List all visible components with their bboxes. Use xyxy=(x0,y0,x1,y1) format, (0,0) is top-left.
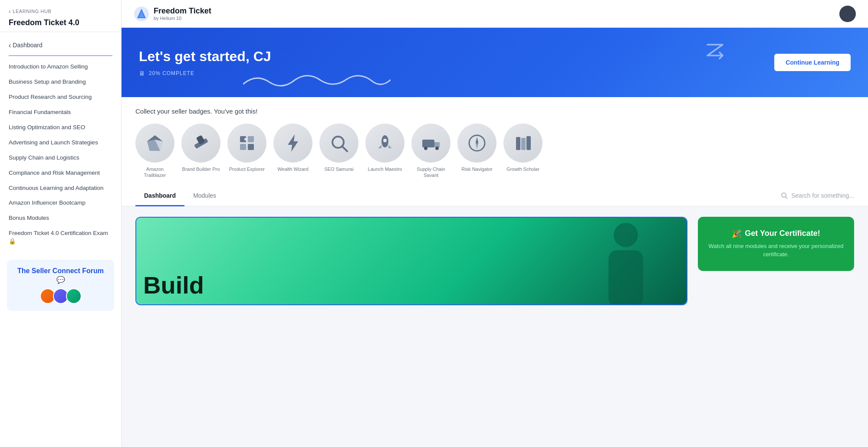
certificate-card[interactable]: 🎉 Get Your Certificate! Watch all nine m… xyxy=(698,217,854,271)
badges-section: Collect your seller badges. You've got t… xyxy=(122,97,868,186)
forum-card-title: The Seller Connect Forum 💬 xyxy=(14,267,107,285)
svg-line-30 xyxy=(786,197,787,199)
sidebar-nav-item[interactable]: Financial Fundamentals xyxy=(0,105,121,120)
badge-circle xyxy=(457,124,496,163)
badge-circle xyxy=(135,124,174,163)
certificate-card-text: Watch all nine modules and receive your … xyxy=(708,242,844,259)
tab-dashboard[interactable]: Dashboard xyxy=(135,186,184,206)
badge-item[interactable]: Launch Maestro xyxy=(365,124,404,179)
sidebar-nav-item[interactable]: Business Setup and Branding xyxy=(0,75,121,90)
sidebar-nav-item[interactable]: Freedom Ticket 4.0 Certification Exam 🔒 xyxy=(0,226,121,249)
svg-marker-14 xyxy=(288,134,298,152)
svg-point-18 xyxy=(383,139,387,142)
tabs-container: DashboardModules xyxy=(135,186,225,206)
content-area: Build 🎉 Get Your Certificate! Watch all … xyxy=(122,206,868,316)
badge-label: Brand Builder Pro xyxy=(182,166,220,172)
sidebar-header: LEARNING HUB Freedom Ticket 4.0 xyxy=(0,0,121,32)
svg-rect-12 xyxy=(248,144,254,150)
topbar-logo-sub: by Helium 10 xyxy=(154,16,211,21)
sidebar-nav-item[interactable]: Introduction to Amazon Selling xyxy=(0,59,121,75)
sidebar-nav-item[interactable]: Amazon Influencer Bootcamp xyxy=(0,196,121,211)
sidebar-nav-item[interactable]: Continuous Learning and Adaptation xyxy=(0,181,121,196)
badge-circle xyxy=(181,124,220,163)
badge-item[interactable]: Risk Navigator xyxy=(457,124,496,179)
svg-rect-10 xyxy=(248,136,254,142)
badge-item[interactable]: Product Explorer xyxy=(227,124,266,179)
monitor-icon: 🖥 xyxy=(139,70,145,77)
badges-row: Amazon TrailblazerBrand Builder ProProdu… xyxy=(135,124,854,179)
tab-modules[interactable]: Modules xyxy=(184,186,225,206)
svg-marker-25 xyxy=(476,143,478,149)
badge-label: Supply Chain Savant xyxy=(411,166,450,179)
svg-rect-19 xyxy=(422,140,434,147)
svg-marker-24 xyxy=(476,137,478,143)
svg-point-31 xyxy=(614,223,638,247)
main-course-card[interactable]: Build xyxy=(135,217,687,305)
svg-point-20 xyxy=(424,147,427,150)
badge-item[interactable]: Supply Chain Savant xyxy=(411,124,450,179)
topbar-logo-name: Freedom Ticket xyxy=(154,7,211,16)
sidebar-nav: Dashboard Introduction to Amazon Selling… xyxy=(0,32,121,254)
progress-label: 20% COMPLETE xyxy=(149,70,194,76)
sidebar-forum-card[interactable]: The Seller Connect Forum 💬 xyxy=(7,260,114,311)
sidebar-nav-item[interactable]: Compliance and Risk Management xyxy=(0,166,121,181)
badge-circle xyxy=(273,124,312,163)
badge-label: Risk Navigator xyxy=(461,166,493,172)
certificate-card-title: 🎉 Get Your Certificate! xyxy=(708,229,844,238)
hero-deco-arrow xyxy=(703,38,729,64)
sidebar: LEARNING HUB Freedom Ticket 4.0 Dashboar… xyxy=(0,0,122,447)
badge-circle xyxy=(411,124,450,163)
hero-squiggle xyxy=(243,71,391,88)
svg-rect-32 xyxy=(608,250,643,304)
sidebar-nav-list: Introduction to Amazon SellingBusiness S… xyxy=(0,59,121,249)
svg-rect-28 xyxy=(526,136,531,150)
sidebar-divider xyxy=(9,55,112,56)
topbar-logo-text: Freedom Ticket by Helium 10 xyxy=(154,7,211,21)
sidebar-nav-item[interactable]: Advertising and Launch Strategies xyxy=(0,135,121,150)
badge-item[interactable]: Brand Builder Pro xyxy=(181,124,220,179)
party-icon: 🎉 xyxy=(732,229,741,238)
badge-circle xyxy=(319,124,358,163)
badge-circle xyxy=(365,124,404,163)
badge-item[interactable]: SEO Samurai xyxy=(319,124,358,179)
badge-circle xyxy=(227,124,266,163)
sidebar-nav-item[interactable]: Product Research and Sourcing xyxy=(0,90,121,105)
badge-label: Wealth Wizard xyxy=(277,166,308,172)
svg-rect-26 xyxy=(516,137,520,150)
side-cards: 🎉 Get Your Certificate! Watch all nine m… xyxy=(698,217,854,305)
svg-point-21 xyxy=(435,147,439,150)
badge-item[interactable]: Growth Scholar xyxy=(503,124,542,179)
svg-rect-27 xyxy=(521,138,526,150)
search-placeholder: Search for something... xyxy=(791,192,854,199)
search-bar[interactable]: Search for something... xyxy=(781,189,854,202)
sidebar-nav-item[interactable]: Listing Optimization and SEO xyxy=(0,120,121,135)
learning-hub-link[interactable]: LEARNING HUB xyxy=(9,8,112,15)
badges-subtitle: Collect your seller badges. You've got t… xyxy=(135,108,854,115)
forum-person-avatar xyxy=(66,288,82,304)
build-text: Build xyxy=(143,273,204,297)
topbar: Freedom Ticket by Helium 10 xyxy=(122,0,868,28)
svg-rect-11 xyxy=(240,144,246,150)
badge-label: SEO Samurai xyxy=(324,166,353,172)
hero-banner: Let's get started, CJ 🖥 20% COMPLETE Con… xyxy=(122,28,868,97)
tabs-row: DashboardModules Search for something... xyxy=(122,186,868,206)
forum-people xyxy=(14,288,107,304)
sidebar-nav-item[interactable]: Supply Chain and Logistics xyxy=(0,150,121,166)
badge-item[interactable]: Amazon Trailblazer xyxy=(135,124,174,179)
badge-item[interactable]: Wealth Wizard xyxy=(273,124,312,179)
svg-line-16 xyxy=(342,146,347,151)
badge-label: Amazon Trailblazer xyxy=(135,166,174,179)
badge-label: Product Explorer xyxy=(229,166,265,172)
person-silhouette xyxy=(600,218,652,304)
badge-label: Growth Scholar xyxy=(506,166,539,172)
svg-point-13 xyxy=(244,138,247,140)
user-avatar[interactable] xyxy=(839,6,856,22)
helium10-logo-icon xyxy=(134,6,149,22)
main-content: Freedom Ticket by Helium 10 Let's get st… xyxy=(122,0,868,447)
sidebar-dashboard-item[interactable]: Dashboard xyxy=(0,37,121,54)
badge-label: Launch Maestro xyxy=(368,166,402,172)
continue-learning-button[interactable]: Continue Learning xyxy=(774,54,851,71)
search-icon xyxy=(781,192,788,199)
sidebar-nav-item[interactable]: Bonus Modules xyxy=(0,211,121,226)
course-card-image: Build xyxy=(136,218,687,304)
